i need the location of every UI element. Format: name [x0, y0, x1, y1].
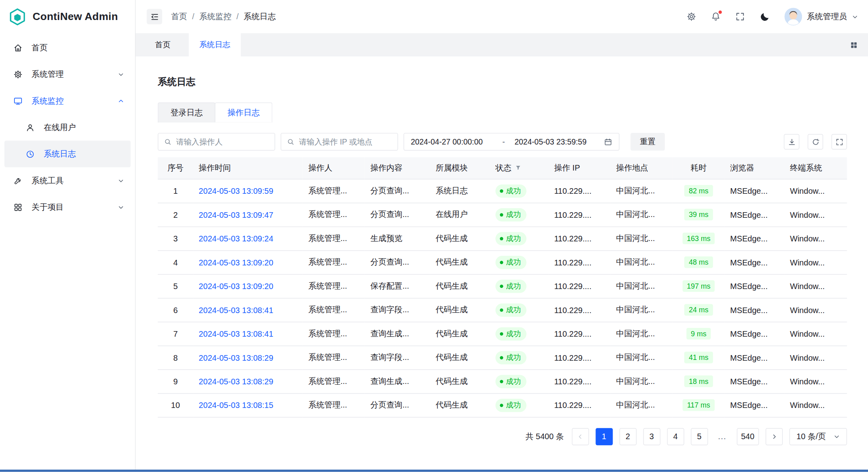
app-window: ContiNew Admin 首页 系统管理 — [0, 0, 868, 472]
tab-actions-grid-icon[interactable] — [850, 33, 868, 56]
cell-module: 代码生成 — [430, 250, 490, 274]
pagination-next-button[interactable] — [766, 428, 783, 445]
chevron-up-icon — [118, 98, 126, 104]
topbar: 首页 / 系统监控 / 系统日志 — [136, 0, 868, 33]
operation-time-link[interactable]: 2024-05-03 13:09:20 — [199, 258, 273, 267]
user-menu[interactable]: 系统管理员 — [784, 8, 858, 25]
breadcrumb-item-home[interactable]: 首页 — [171, 11, 187, 22]
operator-search-input[interactable] — [176, 137, 269, 146]
operator-search-field[interactable] — [158, 133, 275, 151]
cell-ip: 110.229.... — [549, 298, 611, 321]
status-badge: 成功 — [495, 327, 526, 340]
sidebar-item-system-logs[interactable]: 系统日志 — [4, 141, 130, 167]
table-fullscreen-icon[interactable] — [832, 134, 847, 150]
sidebar: ContiNew Admin 首页 系统管理 — [0, 0, 136, 472]
breadcrumb-separator: / — [192, 12, 194, 21]
sidebar-item-system-tools[interactable]: 系统工具 — [4, 167, 130, 194]
cell-module: 代码生成 — [430, 393, 490, 417]
status-label: 成功 — [506, 305, 521, 315]
tab-login-logs[interactable]: 登录日志 — [158, 102, 215, 123]
pagination-page-1[interactable]: 1 — [595, 428, 613, 445]
cell-browser: MSEdge... — [725, 274, 784, 298]
main-column: 首页 / 系统监控 / 系统日志 — [136, 0, 868, 472]
ip-search-input[interactable] — [299, 137, 392, 146]
apps-grid-icon — [13, 203, 23, 212]
topbar-actions: 系统管理员 — [686, 8, 858, 25]
home-icon — [13, 43, 23, 52]
refresh-icon[interactable] — [808, 134, 823, 150]
cell-operator: 系统管理... — [303, 298, 365, 321]
operation-time-link[interactable]: 2024-05-03 13:08:41 — [199, 305, 273, 314]
cell-browser: MSEdge... — [725, 179, 784, 203]
sidebar-item-system-monitor[interactable]: 系统监控 — [4, 88, 130, 114]
sidebar-collapse-button[interactable] — [147, 9, 162, 24]
date-range-picker[interactable]: 2024-04-27 00:00:00 - 2024-05-03 23:59:5… — [403, 133, 619, 151]
cell-browser: MSEdge... — [725, 203, 784, 226]
status-label: 成功 — [506, 400, 521, 410]
operation-time-link[interactable]: 2024-05-03 13:08:29 — [199, 353, 273, 362]
user-name: 系统管理员 — [807, 11, 847, 22]
operation-time-link[interactable]: 2024-05-03 13:08:29 — [199, 377, 273, 386]
cell-location: 中国河北... — [611, 370, 673, 393]
cell-content: 分页查询... — [365, 250, 430, 274]
operation-time-link[interactable]: 2024-05-03 13:09:20 — [199, 281, 273, 290]
breadcrumb-item-monitor[interactable]: 系统监控 — [199, 11, 231, 22]
avatar — [784, 8, 802, 25]
table-row: 6 2024-05-03 13:08:41 系统管理... 查询字段... 代码… — [158, 298, 847, 321]
export-download-icon[interactable] — [784, 134, 800, 150]
cell-content: 查询生成... — [365, 370, 430, 393]
sidebar-item-about-project[interactable]: 关于项目 — [4, 194, 130, 220]
cell-location: 中国河北... — [611, 227, 673, 250]
tab-operation-logs[interactable]: 操作日志 — [215, 102, 273, 123]
pagination-page-5[interactable]: 5 — [691, 428, 708, 445]
status-badge: 成功 — [495, 232, 526, 245]
sidebar-item-system-management[interactable]: 系统管理 — [4, 61, 130, 87]
status-dot — [500, 237, 503, 240]
page-size-select[interactable]: 10 条/页 — [789, 428, 847, 445]
pagination-page-4[interactable]: 4 — [667, 428, 684, 445]
cell-browser: MSEdge... — [725, 250, 784, 274]
status-label: 成功 — [506, 376, 521, 386]
col-location: 操作地点 — [611, 157, 673, 179]
pagination-prev-button[interactable] — [571, 428, 589, 445]
cell-content: 查询字段... — [365, 345, 430, 369]
status-dot — [500, 404, 503, 407]
reset-button[interactable]: 重置 — [631, 133, 665, 151]
operation-time-link[interactable]: 2024-05-03 13:09:24 — [199, 234, 273, 243]
status-dot — [500, 189, 503, 192]
status-dot — [500, 284, 503, 287]
notification-bell-icon[interactable] — [710, 12, 720, 22]
col-ip: 操作 IP — [549, 157, 611, 179]
operation-time-link[interactable]: 2024-05-03 13:09:47 — [199, 210, 273, 219]
pagination-page-2[interactable]: 2 — [619, 428, 636, 445]
cell-operator: 系统管理... — [303, 227, 365, 250]
ip-search-field[interactable] — [281, 133, 398, 151]
settings-gear-icon[interactable] — [686, 12, 696, 22]
col-time: 操作时间 — [193, 157, 303, 179]
fullscreen-icon[interactable] — [735, 12, 745, 22]
sidebar-item-label: 系统工具 — [32, 175, 64, 186]
pagination-page-3[interactable]: 3 — [643, 428, 660, 445]
duration-badge: 163 ms — [682, 233, 715, 244]
cell-index: 5 — [158, 274, 193, 298]
operation-time-link[interactable]: 2024-05-03 13:08:15 — [199, 401, 273, 410]
app-title: ContiNew Admin — [33, 10, 118, 22]
col-operator: 操作人 — [303, 157, 365, 179]
page-tab-home[interactable]: 首页 — [144, 33, 181, 56]
col-module: 所属模块 — [430, 157, 490, 179]
page-tab-system-logs[interactable]: 系统日志 — [189, 33, 241, 56]
filter-funnel-icon[interactable] — [515, 165, 521, 171]
operation-time-link[interactable]: 2024-05-03 13:08:41 — [199, 329, 273, 338]
operation-time-link[interactable]: 2024-05-03 13:09:59 — [199, 186, 273, 195]
duration-badge: 117 ms — [683, 399, 715, 411]
sidebar-item-home[interactable]: 首页 — [4, 34, 130, 61]
app-logo[interactable]: ContiNew Admin — [0, 0, 135, 33]
date-range-start: 2024-04-27 00:00:00 — [411, 137, 483, 146]
pagination-page-last[interactable]: 540 — [737, 428, 759, 445]
duration-badge: 48 ms — [684, 256, 713, 268]
status-badge: 成功 — [495, 303, 526, 316]
pagination-ellipsis[interactable]: ... — [714, 432, 730, 441]
sidebar-item-online-users[interactable]: 在线用户 — [4, 114, 130, 141]
table-row: 5 2024-05-03 13:09:20 系统管理... 保存配置... 代码… — [158, 274, 847, 298]
dark-mode-moon-icon[interactable] — [759, 11, 770, 22]
